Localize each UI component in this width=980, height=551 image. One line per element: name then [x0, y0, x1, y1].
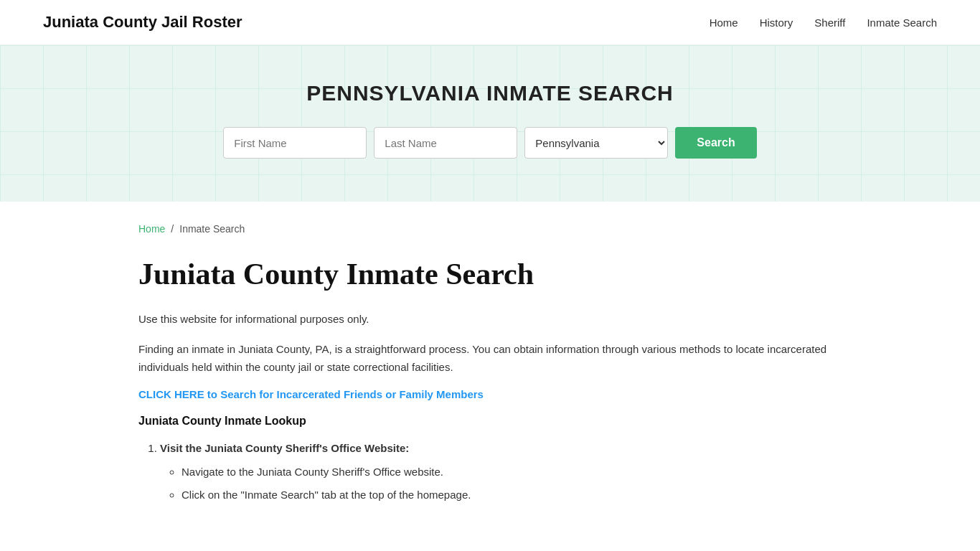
lookup-subheading: Juniata County Inmate Lookup [138, 415, 842, 428]
intro-paragraph-2: Finding an inmate in Juniata County, PA,… [138, 340, 842, 377]
search-button[interactable]: Search [675, 127, 756, 159]
intro-paragraph-1: Use this website for informational purpo… [138, 310, 842, 329]
main-nav: Home History Sheriff Inmate Search [710, 17, 937, 29]
search-banner-title: PENNSYLVANIA INMATE SEARCH [14, 81, 966, 105]
first-name-input[interactable] [223, 127, 367, 159]
inner-bullet-2: Click on the "Inmate Search" tab at the … [182, 486, 842, 504]
breadcrumb-current: Inmate Search [179, 223, 245, 235]
breadcrumb-home[interactable]: Home [138, 223, 165, 235]
page-heading: Juniata County Inmate Search [138, 256, 842, 292]
site-title[interactable]: Juniata County Jail Roster [43, 13, 242, 32]
site-header: Juniata County Jail Roster Home History … [0, 0, 980, 45]
lookup-steps-list: Visit the Juniata County Sheriff's Offic… [160, 439, 842, 504]
search-banner: PENNSYLVANIA INMATE SEARCH Pennsylvania … [0, 45, 980, 202]
inner-list-1: Navigate to the Juniata County Sheriff's… [182, 463, 842, 504]
inner-bullet-1: Navigate to the Juniata County Sheriff's… [182, 463, 842, 481]
list-item-1: Visit the Juniata County Sheriff's Offic… [160, 439, 842, 504]
main-content: Home / Inmate Search Juniata County Inma… [95, 202, 885, 551]
nav-inmate-search[interactable]: Inmate Search [867, 17, 937, 29]
breadcrumb: Home / Inmate Search [138, 223, 842, 235]
nav-home[interactable]: Home [710, 17, 738, 29]
search-form: Pennsylvania Search [14, 127, 966, 159]
list-item-1-heading: Visit the Juniata County Sheriff's Offic… [160, 442, 409, 454]
nav-sheriff[interactable]: Sheriff [814, 17, 845, 29]
cta-search-link[interactable]: CLICK HERE to Search for Incarcerated Fr… [138, 388, 484, 400]
last-name-input[interactable] [374, 127, 517, 159]
breadcrumb-separator: / [171, 223, 174, 235]
nav-history[interactable]: History [760, 17, 793, 29]
state-select[interactable]: Pennsylvania [524, 127, 668, 159]
